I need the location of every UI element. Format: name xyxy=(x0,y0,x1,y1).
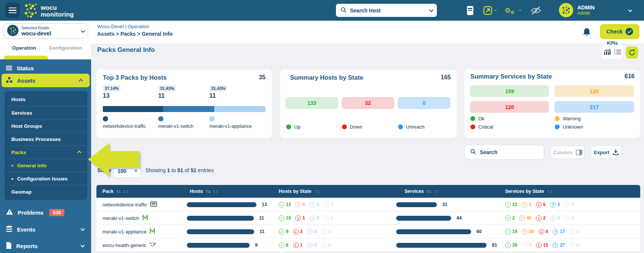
user-menu-chevron[interactable] xyxy=(628,0,631,21)
problems-label: Problems xyxy=(18,209,43,216)
state-pending-icon: ⋯ xyxy=(569,229,575,235)
drag-handle-icon[interactable]: ⋮⋮ xyxy=(212,189,218,194)
sidebar-item-reports[interactable]: Reports xyxy=(0,240,91,251)
sidebar-item-assets[interactable]: Assets xyxy=(2,74,90,87)
breadcrumb-path[interactable]: Assets > Packs > General Info xyxy=(97,31,172,37)
export-button[interactable]: Export xyxy=(591,145,622,159)
column-header-pack[interactable]: Pack↑↓⋮⋮ xyxy=(102,185,129,198)
sidebar-item-status[interactable]: Status xyxy=(0,62,91,74)
state-pill-red: 120 xyxy=(470,101,549,113)
submenu-item-configuration-issues[interactable]: •Configuration Issues xyxy=(5,172,87,185)
table-row[interactable]: wocu-health-generic9✓8↓1?0⋯081✓39!0↓15?2… xyxy=(96,238,640,252)
refresh-button[interactable] xyxy=(626,47,638,59)
tab-configuration[interactable]: Configuration xyxy=(49,45,82,51)
table-row[interactable]: meraki-v1-switch11✓10↓1?0⋯044✓2!40↓2?0⋯0 xyxy=(96,211,640,225)
chevron-down-icon xyxy=(81,243,85,247)
legend-label: Down xyxy=(350,124,362,130)
hide-view-button[interactable] xyxy=(530,0,542,21)
table-search-input[interactable]: Search xyxy=(464,145,544,160)
sort-icon[interactable]: ↑↓ xyxy=(205,189,210,194)
kpi-list-view-button[interactable] xyxy=(614,49,621,56)
chevron-up-icon xyxy=(77,151,81,155)
eye-slash-icon xyxy=(530,6,542,15)
pack-name-cell[interactable]: wocu-health-generic xyxy=(102,238,156,252)
state-warning: !1 xyxy=(522,202,531,208)
state-down: ↓2 xyxy=(293,229,303,235)
pack-name-cell[interactable]: meraki-v1-switch xyxy=(102,211,148,225)
search-host-placeholder: Search Host xyxy=(350,8,426,14)
column-header-services-by-state[interactable]: Services by State⋮⋮ xyxy=(505,185,552,198)
state-unreach: ?0 xyxy=(307,229,317,235)
page-size-select[interactable]: 100 xyxy=(113,164,141,178)
hosts-bar-cell: 13 xyxy=(187,198,267,211)
legend-dot xyxy=(103,116,108,121)
state-unknown: ?0 xyxy=(550,215,560,221)
state-ok-count: 39 xyxy=(512,242,517,248)
columns-button[interactable]: Columns xyxy=(551,145,585,159)
search-icon xyxy=(340,7,346,14)
events-label: Events xyxy=(17,226,35,233)
column-header-hosts[interactable]: Hosts↑↓⋮⋮ xyxy=(190,185,218,198)
column-header-label: Pack xyxy=(102,189,113,194)
sidebar-item-events[interactable]: Events xyxy=(0,224,91,235)
settings-gears-menu[interactable]: ⚙⚙ xyxy=(505,0,520,21)
drag-handle-icon[interactable]: ⋮⋮ xyxy=(123,189,129,194)
card-services-by-state: Summary Services by State 616 1591201202… xyxy=(464,70,640,138)
legend-dot xyxy=(209,116,215,121)
state-unknown: ?17 xyxy=(552,229,565,235)
drag-handle-icon[interactable]: ⋮⋮ xyxy=(433,189,439,194)
submenu-item-business-processes[interactable]: Business Processes xyxy=(5,132,87,145)
hamburger-menu-button[interactable] xyxy=(5,3,20,18)
tab-operation[interactable]: Operation xyxy=(12,45,36,51)
services-count: 81 xyxy=(492,242,497,248)
state-ok: ✓39 xyxy=(505,242,517,248)
kpi-chart-view-button[interactable] xyxy=(604,49,611,56)
state-counts: ✓10↓1?0⋯0 xyxy=(279,215,333,221)
submenu-item-hosts[interactable]: Hosts xyxy=(5,93,87,106)
submenu-item-geomap[interactable]: Geomap xyxy=(5,185,87,198)
state-up: ✓13 xyxy=(279,202,291,208)
top-navbar: wocu monitoring Search Host ⚙⚙ ADMIN Adm… xyxy=(0,0,644,21)
search-host-combobox[interactable]: Search Host xyxy=(336,4,437,17)
submenu-item-services[interactable]: Services xyxy=(5,106,87,119)
table-row[interactable]: networkdevice-traffic13✓13↓0?0⋯031✓22!1↓… xyxy=(96,198,640,211)
user-avatar xyxy=(559,3,573,17)
external-link-menu[interactable] xyxy=(483,0,496,21)
state-unreach-count: 0 xyxy=(317,215,319,221)
realm-selector[interactable]: Selected Realm wocu-devel xyxy=(3,23,88,39)
state-pending-count: 0 xyxy=(571,202,574,207)
status-label: Status xyxy=(17,65,34,71)
wocu-logo[interactable]: wocu monitoring xyxy=(24,3,74,19)
table-row[interactable]: meraki-v1-appliance11✓9↓2?0⋯060✓19!20↓4?… xyxy=(96,225,640,238)
user-menu[interactable]: ADMIN Admin xyxy=(559,3,595,17)
submenu-item-label: Hosts xyxy=(11,97,26,102)
legend-label: meraki-v1-switch xyxy=(158,124,194,129)
submenu-item-general-info[interactable]: •General Info xyxy=(5,159,87,172)
column-header-hosts-by-state[interactable]: Hosts by State⋮⋮ xyxy=(279,185,320,198)
submenu-item-host-groups[interactable]: Host Groups xyxy=(5,119,87,132)
pack-name-cell[interactable]: meraki-v1-appliance xyxy=(102,225,155,238)
sort-icon[interactable]: ↑↓ xyxy=(426,189,431,194)
drag-handle-icon[interactable]: ⋮⋮ xyxy=(546,189,552,194)
docs-book-button[interactable] xyxy=(466,0,474,21)
pack-name-cell[interactable]: networkdevice-traffic xyxy=(102,198,157,211)
check-button[interactable]: Check xyxy=(600,24,639,39)
bar-segment xyxy=(163,106,214,112)
external-link-icon xyxy=(483,6,492,15)
column-header-services[interactable]: Services↑↓⋮⋮ xyxy=(404,185,439,198)
sidebar-item-problems[interactable]: Problems 530 xyxy=(0,207,91,218)
state-unreach-count: 0 xyxy=(314,229,317,234)
user-name: ADMIN xyxy=(577,5,595,11)
notifications-bell-button[interactable] xyxy=(583,28,591,38)
top-pack-stat: 31.43%11 xyxy=(209,85,227,99)
services-bar xyxy=(396,216,451,221)
sort-icon[interactable]: ↑↓ xyxy=(116,189,121,194)
state-up-count: 10 xyxy=(286,215,291,221)
legend-item: Down xyxy=(342,124,362,130)
submenu-item-packs[interactable]: Packs xyxy=(5,145,87,159)
state-unknown-count: 3 xyxy=(557,202,560,207)
state-ok-icon: ✓ xyxy=(505,242,511,248)
drag-handle-icon[interactable]: ⋮⋮ xyxy=(314,189,320,194)
state-pending: ⋯0 xyxy=(569,242,579,248)
state-up: ✓9 xyxy=(279,229,288,235)
